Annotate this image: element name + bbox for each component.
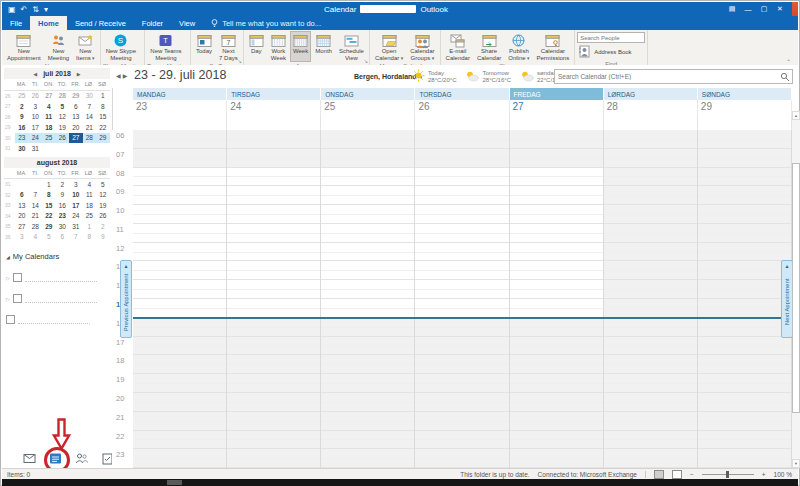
new-skype-meeting-button[interactable]: SNew SkypeMeeting xyxy=(103,31,139,62)
calendar-slot[interactable] xyxy=(227,280,320,299)
search-people-input[interactable] xyxy=(577,32,645,43)
calendar-slot[interactable] xyxy=(698,374,791,393)
calendar-slot[interactable] xyxy=(698,149,791,168)
calendar-slot[interactable] xyxy=(415,431,508,450)
calendar-list-item[interactable]: ▷ xyxy=(6,273,112,282)
calendar-slot[interactable] xyxy=(510,449,603,468)
new-appointment-button[interactable]: NewAppointment xyxy=(4,31,44,62)
calendar-slot[interactable] xyxy=(604,261,697,280)
calendar-slot[interactable] xyxy=(510,243,603,262)
address-book-button[interactable]: Address Book xyxy=(577,44,645,60)
mini-calendar-day[interactable]: 5 xyxy=(56,101,70,112)
calendar-slot[interactable] xyxy=(321,374,414,393)
scroll-down-icon[interactable]: ▼ xyxy=(792,459,800,468)
calendar-slot[interactable] xyxy=(227,337,320,356)
mini-calendar-day[interactable]: 29 xyxy=(42,221,56,232)
calendar-slot[interactable] xyxy=(133,186,226,205)
mini-calendar-day[interactable]: 1 xyxy=(83,221,97,232)
mini-calendar-day[interactable]: 24 xyxy=(69,211,83,222)
mini-calendar-day[interactable] xyxy=(83,143,97,154)
calendar-slot[interactable] xyxy=(133,355,226,374)
back-button[interactable]: ◀ xyxy=(116,73,123,79)
calendar-checkbox[interactable] xyxy=(13,294,22,303)
mini-calendar-day[interactable]: 7 xyxy=(83,101,97,112)
calendar-slot[interactable] xyxy=(415,299,508,318)
mini-calendar-day[interactable]: 27 xyxy=(69,133,83,144)
mini-calendar-day[interactable]: 1 xyxy=(42,179,56,190)
minimize-icon[interactable]: — xyxy=(740,6,756,13)
zoom-in-button[interactable]: + xyxy=(762,471,766,478)
mini-calendar-day[interactable]: 27 xyxy=(15,221,29,232)
day-header-søndag[interactable]: SØNDAG xyxy=(698,88,792,100)
calendar-slot[interactable] xyxy=(510,318,603,337)
calendar-search-box[interactable] xyxy=(554,69,793,84)
mini-calendar-day[interactable]: 29 xyxy=(96,133,110,144)
calendar-slot[interactable] xyxy=(698,205,791,224)
normal-view-button[interactable] xyxy=(654,470,664,479)
calendar-checkbox[interactable] xyxy=(6,315,15,324)
calendar-nav-icon[interactable] xyxy=(49,452,62,465)
mini-calendar-day[interactable]: 11 xyxy=(83,190,97,201)
tab-home[interactable]: Home xyxy=(30,16,67,30)
mini-calendar-day[interactable]: 9 xyxy=(96,232,110,243)
calendar-slot[interactable] xyxy=(227,299,320,318)
calendar-slot[interactable] xyxy=(227,186,320,205)
calendar-slot[interactable] xyxy=(227,261,320,280)
calendar-slot[interactable] xyxy=(510,431,603,450)
calendar-slot[interactable] xyxy=(321,205,414,224)
calendar-slot[interactable] xyxy=(133,261,226,280)
calendar-slot[interactable] xyxy=(227,393,320,412)
calendar-slot[interactable] xyxy=(415,374,508,393)
calendar-slot[interactable] xyxy=(510,205,603,224)
mini-calendar-day[interactable]: 27 xyxy=(42,91,56,102)
calendar-slot[interactable] xyxy=(604,431,697,450)
calendar-list-item[interactable]: ▷ xyxy=(6,294,112,303)
calendar-slot[interactable] xyxy=(321,243,414,262)
mini-calendar-day[interactable]: 3 xyxy=(29,101,43,112)
mini-calendar-day[interactable]: 23 xyxy=(56,211,70,222)
mini-calendar-day[interactable]: 19 xyxy=(96,200,110,211)
week-button[interactable]: Week xyxy=(290,31,311,62)
calendar-slot[interactable] xyxy=(698,243,791,262)
calendar-slot[interactable] xyxy=(321,299,414,318)
calendar-slot[interactable] xyxy=(698,449,791,468)
all-day-cell[interactable] xyxy=(604,115,698,130)
all-day-cell[interactable] xyxy=(698,115,792,130)
mini-calendar-day[interactable]: 26 xyxy=(96,211,110,222)
calendar-slot[interactable] xyxy=(227,168,320,187)
calendar-slot[interactable] xyxy=(510,261,603,280)
calendar-slot[interactable] xyxy=(604,449,697,468)
day-header-torsdag[interactable]: TORSDAG xyxy=(415,88,509,100)
mini-calendar-day[interactable]: 22 xyxy=(96,122,110,133)
dialog-launcher-icon[interactable]: ↘ xyxy=(238,58,242,64)
schedule-view-button[interactable]: ScheduleView xyxy=(336,31,367,62)
calendar-slot[interactable] xyxy=(321,168,414,187)
calendar-slot[interactable] xyxy=(321,449,414,468)
calendar-slot[interactable] xyxy=(133,393,226,412)
mini-calendar-day[interactable]: 6 xyxy=(15,190,29,201)
calendar-slot[interactable] xyxy=(698,168,791,187)
mini-calendar-day[interactable]: 25 xyxy=(83,211,97,222)
calendar-slot[interactable] xyxy=(321,224,414,243)
tab-folder[interactable]: Folder xyxy=(134,16,171,30)
calendar-slot[interactable] xyxy=(227,431,320,450)
calendar-slot[interactable] xyxy=(510,412,603,431)
calendar-slot[interactable] xyxy=(133,149,226,168)
new-teams-meeting-button[interactable]: TNew TeamsMeeting xyxy=(147,31,184,62)
mini-calendar-day[interactable]: 17 xyxy=(69,200,83,211)
mini-calendar-day[interactable]: 5 xyxy=(96,179,110,190)
calendar-slot[interactable] xyxy=(698,130,791,149)
calendar-slot[interactable] xyxy=(415,337,508,356)
today-button[interactable]: Today xyxy=(193,31,215,62)
mini-calendar-day[interactable] xyxy=(42,143,56,154)
calendar-slot[interactable] xyxy=(321,431,414,450)
mini-calendar-day[interactable] xyxy=(69,143,83,154)
calendar-slot[interactable] xyxy=(604,374,697,393)
mini-calendar-day[interactable]: 20 xyxy=(15,211,29,222)
calendar-slot[interactable] xyxy=(415,280,508,299)
my-calendars-header[interactable]: ◢ My Calendars xyxy=(6,252,112,261)
mini-calendar-day[interactable]: 31 xyxy=(29,143,43,154)
mini-calendar-day[interactable]: 21 xyxy=(83,122,97,133)
calendar-checkbox[interactable] xyxy=(13,273,22,282)
mini-calendar-day[interactable]: 9 xyxy=(56,190,70,201)
